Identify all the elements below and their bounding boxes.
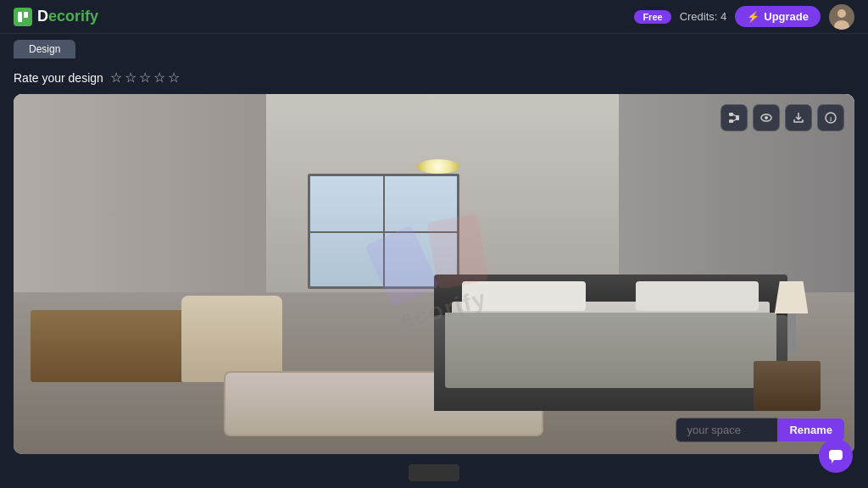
share-button[interactable] [721, 104, 748, 131]
svg-rect-1 [24, 12, 28, 18]
logo-text: Decorify [37, 8, 98, 25]
nav-area: Design [0, 34, 868, 61]
main-content: Rate your design ☆ ☆ ☆ ☆ ☆ [0, 61, 868, 488]
rate-row: Rate your design ☆ ☆ ☆ ☆ ☆ [14, 68, 854, 87]
credits-label: Credits: 4 [680, 10, 727, 23]
star-5[interactable]: ☆ [168, 69, 180, 86]
thumbnail-row [14, 461, 854, 481]
image-container: ecorify [14, 94, 854, 454]
ceiling-light [417, 159, 459, 174]
star-4[interactable]: ☆ [153, 69, 165, 86]
rename-button[interactable]: Rename [777, 419, 844, 441]
svg-line-8 [733, 114, 736, 116]
lightning-icon: ⚡ [747, 11, 760, 23]
image-toolbar: i [721, 104, 844, 131]
star-1[interactable]: ☆ [110, 69, 122, 86]
avatar[interactable] [829, 4, 854, 30]
rename-bar: Rename [676, 418, 844, 442]
svg-line-9 [733, 119, 736, 121]
svg-rect-6 [729, 119, 733, 123]
logo: Decorify [14, 8, 98, 26]
rate-label: Rate your design [14, 71, 103, 85]
stars[interactable]: ☆ ☆ ☆ ☆ ☆ [110, 69, 180, 86]
svg-rect-5 [729, 113, 733, 116]
svg-marker-15 [832, 460, 834, 463]
header-right: Free Credits: 4 ⚡ Upgrade [634, 4, 854, 30]
svg-point-3 [837, 9, 846, 18]
free-badge: Free [634, 10, 670, 24]
thumbnail[interactable] [409, 464, 459, 481]
upgrade-button[interactable]: ⚡ Upgrade [735, 6, 821, 27]
nightstand [754, 361, 821, 412]
info-button[interactable]: i [817, 104, 844, 131]
header: Decorify Free Credits: 4 ⚡ Upgrade [0, 0, 868, 34]
bed-pillow-right [636, 281, 760, 312]
star-3[interactable]: ☆ [139, 69, 151, 86]
interior-scene: ecorify [14, 94, 854, 454]
rename-input[interactable] [676, 418, 777, 442]
logo-icon [14, 8, 32, 26]
chat-bubble[interactable] [819, 439, 853, 473]
chair [181, 296, 282, 382]
lamp [771, 281, 813, 353]
svg-point-11 [765, 116, 768, 119]
bed-pillow-left [462, 281, 586, 312]
svg-rect-7 [736, 115, 739, 120]
svg-rect-0 [18, 12, 22, 22]
bed-cover [445, 313, 777, 388]
window [308, 174, 459, 289]
svg-text:i: i [830, 115, 832, 123]
view-button[interactable] [753, 104, 780, 131]
lamp-base [787, 313, 796, 353]
lamp-shade [775, 281, 809, 313]
star-2[interactable]: ☆ [125, 69, 136, 86]
bed [434, 274, 787, 412]
tab-design[interactable]: Design [14, 40, 75, 58]
svg-rect-14 [829, 450, 843, 460]
download-button[interactable] [785, 104, 812, 131]
